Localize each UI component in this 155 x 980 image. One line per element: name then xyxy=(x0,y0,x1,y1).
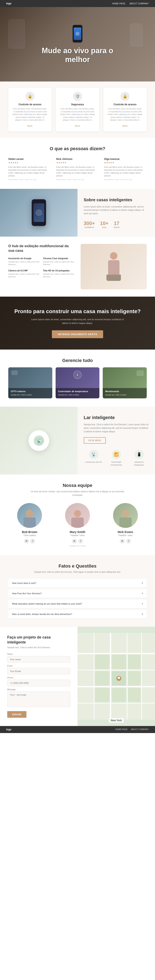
faq-item-2[interactable]: What education and/or training do you ha… xyxy=(8,600,147,608)
phone-label: Phone xyxy=(7,676,70,679)
feature-desc-0: Pras sed libero amet, nisl faucibus turp… xyxy=(13,108,47,122)
features-grid: 🔒 Controle de acesso Pras sed libero ame… xyxy=(8,88,147,132)
hub-feature-text-1: Sample text. Click to select the Text El… xyxy=(43,261,74,266)
svg-rect-12 xyxy=(95,671,109,686)
feature-title-0: Controle de acesso xyxy=(13,103,47,106)
team-avatar-nick xyxy=(113,503,138,528)
hub-feature-text-0: Sample text. Click to select the Text El… xyxy=(8,261,40,266)
hub-feature-2: Câmera de 6,5 MP Sample text. Click to s… xyxy=(8,269,40,278)
team-name-1: Mary Smith xyxy=(56,530,99,534)
navigation: logo HOME PAGE ABOUT COMPANY xyxy=(0,0,155,7)
testimonial-date-2: DEZEMBRO FINAL JUNE DE 2021 xyxy=(104,179,147,181)
name-input[interactable] xyxy=(7,656,70,663)
team-section: Nossa equipe Ut enim ad minim veniam, qu… xyxy=(0,474,155,555)
faq-chevron-1: ▾ xyxy=(142,592,143,595)
manage-section: Gerencie tudo CFTV externo Sample text. … xyxy=(0,350,155,407)
testimonial-stars-1: ★★★★★ xyxy=(56,161,99,164)
contact-title: Faça um projeto de casa inteligente xyxy=(7,635,70,645)
hero-phone-icon xyxy=(72,25,83,43)
feature-link-2[interactable]: MAIS xyxy=(123,125,128,127)
smart-more-button[interactable]: VEJA MAIS xyxy=(84,437,106,444)
smart-feature-1: 📶 Gerenciado centralmente xyxy=(106,450,126,466)
twitter-icon[interactable]: t xyxy=(30,539,35,544)
testimonial-name-1: Nick Johnson xyxy=(56,158,99,161)
team-subtitle: Ut enim ad minim veniam, quis nostrud ex… xyxy=(30,490,125,497)
about-image xyxy=(0,189,78,237)
form-group-message: Message xyxy=(7,688,70,708)
smart-feature-0: 📡 Conecta-se sem fio xyxy=(84,450,103,466)
manage-label-text-2: Monitorando xyxy=(105,390,144,393)
nav-links: HOME PAGE ABOUT COMPANY xyxy=(112,3,149,5)
nav-link-about[interactable]: ABOUT COMPANY xyxy=(130,3,149,5)
email-input[interactable] xyxy=(7,668,70,675)
feature-link-1[interactable]: MAIS xyxy=(75,125,80,127)
message-label: Message xyxy=(7,688,70,690)
smart-feature-label-1: Gerenciado centralmente xyxy=(106,461,126,466)
manage-label-sub-2: Sample text. Click to select xyxy=(105,394,126,396)
name-label: Name xyxy=(7,653,70,655)
team-card-2: Nick Evans Trabalho / setor in t xyxy=(104,503,147,547)
nav-link-home[interactable]: HOME PAGE xyxy=(112,3,125,5)
email-label: Email xyxy=(7,665,70,667)
linkedin-icon[interactable]: in xyxy=(24,539,29,544)
hub-feature-1: Chrome Cast integrado Sample text. Click… xyxy=(43,257,74,266)
manage-label-text-0: CFTV externo xyxy=(11,390,50,393)
stat-2: 17 awards xyxy=(114,221,120,228)
message-input[interactable] xyxy=(7,692,70,707)
smart-feature-icon-0: 📡 xyxy=(89,450,98,459)
footer-link-home[interactable]: HOME PAGE xyxy=(115,728,128,730)
form-group-email: Email xyxy=(7,665,70,675)
testimonial-stars-2: ★★★★★ xyxy=(104,161,147,164)
feature-title-2: Controle de acesso xyxy=(108,103,142,106)
stat-number-0: 300+ xyxy=(84,221,95,226)
manage-card-1: 🌡 Controlador de temperatura Sample text… xyxy=(55,368,100,398)
hero-title: Mude ao vivo para o melhor xyxy=(36,46,119,64)
faq-item-0[interactable]: How much does it cost? ▾ xyxy=(8,579,147,587)
twitter-icon-2[interactable]: t xyxy=(126,539,131,544)
feature-icon-0: 🔒 xyxy=(25,92,35,101)
smart-feature-icon-2: 📱 xyxy=(134,450,144,459)
smart-title: Lar inteligente xyxy=(84,415,149,420)
manage-heading: Gerencie tudo xyxy=(8,358,147,363)
smart-image: 📡 xyxy=(0,407,78,474)
stat-number-1: 10+ xyxy=(100,221,109,226)
team-avatar-mary xyxy=(65,503,90,528)
testimonial-stars-0: ★★★★★ xyxy=(8,161,51,164)
team-grid: Bob Brown Título cadeira in t Mary Smith… xyxy=(8,503,147,547)
hub-feature-title-2: Câmera de 6,5 MP xyxy=(8,269,40,272)
smart-feature-icon-1: 📶 xyxy=(112,450,121,459)
manage-label-2: Monitorando Sample text. Click to select xyxy=(103,388,147,398)
testimonial-date-0: DEZEMBRO FINAL JUNE DE 2020 xyxy=(8,179,51,181)
cta-button[interactable]: OBTENHA ORÇAMENTO GRÁTIS xyxy=(52,330,103,338)
submit-button[interactable]: ENVIAR xyxy=(7,711,27,718)
faq-chevron-3: ▾ xyxy=(142,612,143,616)
team-name-0: Bob Brown xyxy=(8,530,51,534)
smart-features-row: 📡 Conecta-se sem fio 📶 Gerenciado centra… xyxy=(84,450,149,466)
faq-item-1[interactable]: How Free Are Your Services? ▾ xyxy=(8,589,147,598)
manage-card-2: Monitorando Sample text. Click to select xyxy=(103,368,147,398)
smart-speaker: 📡 xyxy=(28,430,49,451)
feature-link-0[interactable]: MAIS xyxy=(27,125,33,127)
contact-subtitle: Sample text. Click to select the Text El… xyxy=(7,646,70,649)
team-socials-1: in t xyxy=(56,539,99,544)
form-group-name: Name xyxy=(7,653,70,663)
hub-feature-title-1: Chrome Cast integrado xyxy=(43,257,74,259)
team-role-2: Trabalho / setor xyxy=(104,534,147,536)
stat-number-2: 17 xyxy=(114,221,120,226)
cta-section: Pronto para construir uma casa mais inte… xyxy=(0,297,155,350)
linkedin-icon-1[interactable]: in xyxy=(72,539,77,544)
team-role-0: Título cadeira xyxy=(8,534,51,536)
features-section: 🔒 Controle de acesso Pras sed libero ame… xyxy=(0,81,155,138)
svg-rect-10 xyxy=(112,655,126,669)
team-socials-2: in t xyxy=(104,539,147,544)
hub-feature-title-3: Tela HD de 10 polegadas xyxy=(43,269,74,272)
hero-section: Mude ao vivo para o melhor xyxy=(0,7,155,81)
manage-grid: CFTV externo Sample text. Click to selec… xyxy=(8,368,147,398)
faq-item-3[interactable]: Nam ut oreet dolor, tempor laculla dui n… xyxy=(8,610,147,619)
phone-input[interactable] xyxy=(7,680,70,686)
testimonial-card-1: Nick Johnson ★★★★★ Pras sed libero amet,… xyxy=(56,158,99,181)
form-group-phone: Phone xyxy=(7,676,70,686)
footer-link-about[interactable]: ABOUT COMPANY xyxy=(131,728,149,730)
linkedin-icon-2[interactable]: in xyxy=(120,539,125,544)
twitter-icon-1[interactable]: t xyxy=(78,539,83,544)
